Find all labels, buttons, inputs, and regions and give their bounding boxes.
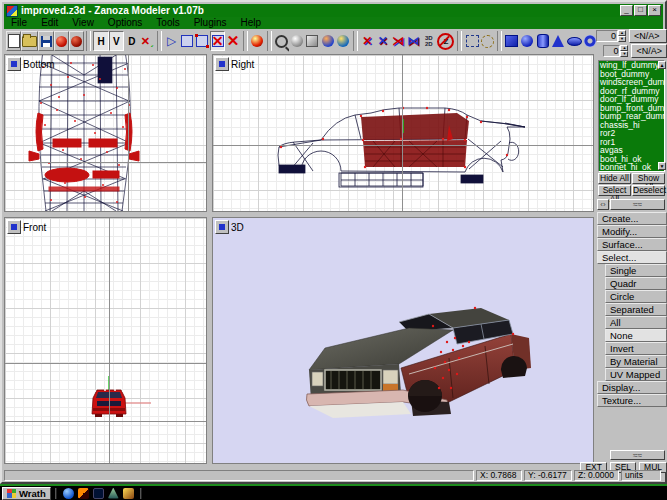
maximize-button[interactable]: □ — [634, 5, 647, 16]
create-cone-button[interactable] — [550, 31, 565, 51]
zoom-tool-button[interactable] — [274, 31, 289, 51]
menu-file[interactable]: File — [4, 17, 34, 29]
mapped-sphere-icon — [337, 35, 349, 47]
hide-all-button[interactable]: Hide All — [598, 173, 631, 184]
unit-dropdown-1[interactable]: <N/A> — [629, 29, 667, 43]
side-menu-modify[interactable]: Modify... — [597, 225, 667, 238]
move-tool-button[interactable]: ⋈ — [406, 31, 421, 51]
mirror-tool-button[interactable]: ✕ — [375, 31, 390, 51]
menu-bar: File Edit View Options Tools Plugins Hel… — [4, 17, 663, 29]
side-menu-uv-mapped[interactable]: UV Mapped — [605, 368, 667, 381]
menu-plugins[interactable]: Plugins — [187, 17, 234, 29]
viewport-front[interactable]: Front — [4, 217, 207, 464]
quick-launch-paint-icon[interactable] — [78, 488, 89, 499]
vertex-view-button[interactable] — [195, 31, 210, 51]
side-menu-create[interactable]: Create... — [597, 212, 667, 225]
quick-launch-console-icon[interactable] — [93, 488, 104, 499]
quick-launch-modeler-icon[interactable] — [108, 488, 119, 499]
value-spinner-2[interactable]: 0 ▲▼ — [603, 45, 620, 57]
save-file-button[interactable] — [38, 31, 53, 51]
wireframe-view-button[interactable] — [179, 31, 194, 51]
shaded-view-button[interactable] — [289, 31, 304, 51]
side-menu-circle[interactable]: Circle — [605, 290, 667, 303]
side-menu-separated[interactable]: Separated — [605, 303, 667, 316]
side-menu-by-material[interactable]: By Material — [605, 355, 667, 368]
circle-select-icon — [481, 35, 494, 48]
side-menu-quadr[interactable]: Quadr — [605, 277, 667, 290]
viewport-menu-button[interactable] — [7, 57, 21, 71]
viewport-menu-button[interactable] — [215, 57, 229, 71]
textured-view-button[interactable] — [320, 31, 335, 51]
menu-view[interactable]: View — [65, 17, 101, 29]
toggle-horizontal-button[interactable]: H — [93, 31, 108, 51]
start-button[interactable]: Wrath — [2, 487, 51, 500]
spinner-arrows[interactable]: ▲▼ — [620, 45, 628, 57]
show-all-button[interactable]: Show All — [632, 173, 665, 184]
menu-help[interactable]: Help — [234, 17, 269, 29]
value-spinner-1[interactable]: 0 ▲▼ — [596, 30, 618, 42]
new-file-button[interactable] — [6, 31, 21, 51]
spinner-arrows[interactable]: ▲▼ — [618, 30, 626, 42]
circle-select-button[interactable] — [480, 31, 495, 51]
object-item[interactable]: bonnet_hi_ok — [599, 163, 664, 172]
viewport-bottom[interactable]: Bottom — [4, 54, 207, 212]
viewport-menu-button[interactable] — [215, 220, 229, 234]
mapped-view-button[interactable] — [335, 31, 350, 51]
scroll-down-button[interactable]: ▼ — [658, 162, 666, 170]
side-menu-none[interactable]: None — [605, 329, 667, 342]
side-menu-all[interactable]: All — [605, 316, 667, 329]
side-menu-single[interactable]: Single — [605, 264, 667, 277]
quick-launch-editor-icon[interactable] — [123, 488, 134, 499]
object-list[interactable]: wing_lf_dummy boot_dummy windscreen_dumm… — [598, 60, 665, 172]
axis-constraint-button[interactable]: ✕ˏ — [139, 31, 154, 51]
panel-prev-button[interactable]: ‹› — [597, 199, 609, 210]
viewport-name: Right — [231, 59, 254, 70]
zmodeler-window: improved.z3d - Zanoza Modeler v1.07b _ □… — [0, 0, 667, 484]
side-menu-texture[interactable]: Texture... — [597, 394, 667, 407]
create-sphere-button[interactable] — [519, 31, 534, 51]
rect-select-button[interactable] — [464, 31, 479, 51]
disable-z-button[interactable]: Z — [436, 31, 455, 51]
panel-collapse-bottom-button[interactable]: ≈≈ — [610, 450, 665, 460]
toggle-depth-button[interactable]: D — [124, 31, 139, 51]
scale-tool-button[interactable]: ✕ — [360, 31, 375, 51]
material-editor-button[interactable] — [250, 31, 265, 51]
deselect-button[interactable]: Deselect — [632, 185, 665, 196]
rotate-tool-button[interactable]: ⋊ — [390, 31, 405, 51]
menu-tools[interactable]: Tools — [149, 17, 186, 29]
hide-object-button[interactable]: ✕ — [225, 31, 240, 51]
quick-launch-browser-icon[interactable] — [63, 488, 74, 499]
side-menu-select[interactable]: Select... — [597, 251, 667, 264]
menu-options[interactable]: Options — [101, 17, 149, 29]
minimize-button[interactable]: _ — [620, 5, 633, 16]
wireframe-cube-icon — [181, 35, 193, 47]
select-all-button[interactable]: Select All — [598, 185, 631, 196]
side-menu-surface[interactable]: Surface... — [597, 238, 667, 251]
projection-toggle-button[interactable]: 3D2D — [421, 31, 436, 51]
import-button[interactable] — [54, 31, 69, 51]
side-menu-display[interactable]: Display... — [597, 381, 667, 394]
toggle-vertical-button[interactable]: V — [109, 31, 124, 51]
title-bar[interactable]: improved.z3d - Zanoza Modeler v1.07b _ □… — [4, 4, 663, 17]
edit-vertices-button[interactable]: ▷ — [164, 31, 179, 51]
export-button[interactable] — [69, 31, 84, 51]
create-box-button[interactable] — [504, 31, 519, 51]
create-disc-button[interactable] — [566, 31, 583, 51]
viewport-menu-button[interactable] — [7, 220, 21, 234]
viewport-right[interactable]: Right — [212, 54, 594, 212]
scroll-up-button[interactable]: ▲ — [658, 61, 666, 69]
viewport-3d[interactable]: 3D — [212, 217, 594, 464]
hide-faces-button[interactable]: ✕ — [210, 31, 225, 51]
panel-collapse-button[interactable]: ≈≈ — [610, 199, 665, 210]
side-menu-invert[interactable]: Invert — [605, 342, 667, 355]
menu-edit[interactable]: Edit — [34, 17, 65, 29]
x-axis-line — [5, 162, 206, 163]
unit-dropdown-2[interactable]: <N/A> — [631, 44, 667, 58]
close-button[interactable]: × — [648, 5, 661, 16]
status-units: units — [621, 470, 661, 481]
open-file-button[interactable] — [21, 31, 38, 51]
box-primitive-icon — [505, 35, 518, 47]
solid-view-button[interactable] — [305, 31, 320, 51]
gray-sphere-icon — [291, 35, 303, 47]
create-cylinder-button[interactable] — [535, 31, 550, 51]
